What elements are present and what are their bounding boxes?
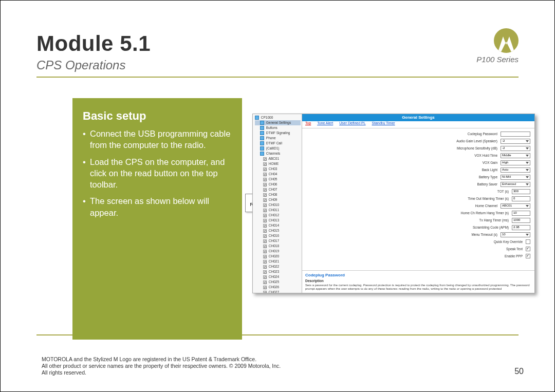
setting-row: VOX GainHigh <box>306 159 530 166</box>
tab[interactable]: Standby Timer <box>372 121 395 125</box>
spinner-input[interactable]: 300 <box>512 189 530 194</box>
panel-title: Basic setup <box>83 109 233 123</box>
tree-node[interactable]: CH015 <box>255 228 301 233</box>
panel-header: General Settings <box>302 114 534 121</box>
select-input[interactable]: Auto <box>501 167 530 173</box>
tree-node[interactable]: DTMF Signaling <box>255 130 301 136</box>
setting-row: Enable PPP <box>306 253 530 259</box>
tree-node[interactable]: CH017 <box>255 238 301 244</box>
footer-text: MOTOROLA and the Stylized M Logo are reg… <box>42 356 281 376</box>
select-input[interactable]: ABC01 <box>501 203 530 209</box>
setting-label: Time Out Warning Timer (s) <box>468 197 509 200</box>
footer-line: All rights reserved. <box>42 369 281 376</box>
tree-node[interactable]: CH06 <box>255 182 301 187</box>
setting-label: Home Ch Return Hang Timer (s) <box>460 211 509 215</box>
tree-node[interactable]: CH019 <box>255 249 301 254</box>
bullet-list: Connect the USB programming cable from t… <box>83 128 233 218</box>
tree-node[interactable]: CH023 <box>255 269 301 274</box>
setting-row: Time Out Warning Timer (s)0 <box>306 195 530 202</box>
tree-node[interactable]: CH021 <box>255 259 301 264</box>
tree-node[interactable]: CH07 <box>255 187 301 192</box>
tab[interactable]: Tone Alert <box>317 121 333 125</box>
setting-row: Home Ch Return Hang Timer (s)10 <box>306 210 530 216</box>
setting-label: Audio Gain Level (Speaker) <box>456 139 497 143</box>
setting-label: Speak Text <box>506 247 523 251</box>
setting-label: Codeplug Password <box>468 132 497 136</box>
spinner-input[interactable]: 0 <box>512 196 530 201</box>
desc-sub: Description <box>305 279 531 283</box>
setting-row: VOX Hold TimeMiddle <box>306 152 530 159</box>
tree-node[interactable]: CH04 <box>255 172 301 177</box>
bullet-item: The screen as shown below will appear. <box>83 195 233 218</box>
bullet-item: Connect the USB programming cable from t… <box>83 128 233 151</box>
setting-row: Battery SaverEnhanced <box>306 181 530 188</box>
tree-node[interactable]: CH09 <box>255 197 301 202</box>
tree-node[interactable]: CH05 <box>255 177 301 182</box>
tree-node[interactable]: (CallID1) <box>255 146 301 151</box>
select-input[interactable]: 10 <box>501 232 530 237</box>
spinner-input[interactable]: 1000 <box>512 218 530 223</box>
tree-node[interactable]: CH018 <box>255 244 301 249</box>
bullet-item: Load the CPS on the computer, and click … <box>83 156 233 191</box>
tree-node[interactable]: CH010 <box>255 202 301 208</box>
tree-node[interactable]: Buttons <box>255 125 301 130</box>
tree-node[interactable]: CH020 <box>255 254 301 259</box>
select-input[interactable]: Middle <box>501 153 530 158</box>
tree-node[interactable]: CH026 <box>255 285 301 290</box>
select-input[interactable]: -2 <box>501 139 530 144</box>
tree-node[interactable]: CH016 <box>255 233 301 238</box>
select-input[interactable]: High <box>501 160 530 165</box>
description-box: Codeplug Password Description Sets a pas… <box>302 270 534 293</box>
select-input[interactable]: Enhanced <box>501 182 530 187</box>
setting-label: Quick Key Override <box>494 240 523 244</box>
select-input[interactable]: -2 <box>501 146 530 151</box>
setting-label: TOT (s) <box>497 190 509 193</box>
tab-bar: Top Tone Alert User Defined PL Standby T… <box>302 121 534 128</box>
checkbox-input[interactable] <box>526 254 530 258</box>
tree-node[interactable]: CH024 <box>255 274 301 279</box>
setting-row: TOT (s)300 <box>306 188 530 195</box>
setting-label: Menu Timeout (s) <box>471 233 497 236</box>
tab[interactable]: User Defined PL <box>339 121 365 125</box>
select-input[interactable]: Ni-MH <box>501 175 530 180</box>
cps-screenshot: CP1000 General Settings Buttons DTMF Sig… <box>252 114 535 293</box>
setting-row: Scrambling Code (APM)2.38 <box>306 224 530 231</box>
spinner-input[interactable]: 2.38 <box>512 225 530 230</box>
setting-row: Codeplug Password <box>306 130 530 137</box>
tree-node[interactable]: CH027 <box>255 290 301 293</box>
tree-node[interactable]: HOME <box>255 161 301 166</box>
tree-node[interactable]: CH012 <box>255 213 301 218</box>
tree-node[interactable]: ABC01 <box>255 156 301 161</box>
tree-node[interactable]: CH025 <box>255 279 301 285</box>
tree-node[interactable]: CH011 <box>255 208 301 213</box>
setting-label: VOX Hold Time <box>474 154 497 157</box>
tree-node[interactable]: Phone <box>255 136 301 141</box>
tab[interactable]: Top <box>305 121 311 125</box>
tree-node[interactable]: General Settings <box>255 120 301 125</box>
tree-node[interactable]: Channels <box>255 151 301 156</box>
divider-top <box>36 77 519 78</box>
tree-node[interactable]: CH014 <box>255 223 301 228</box>
settings-panel: General Settings Top Tone Alert User Def… <box>302 114 534 293</box>
tree-node[interactable]: CH03 <box>255 166 301 172</box>
text-input[interactable] <box>501 132 530 137</box>
tree-node[interactable]: CH08 <box>255 192 301 197</box>
setting-row: Back LightAuto <box>306 166 530 173</box>
slide-header: Module 5.1 CPS Operations P100 Series <box>36 31 519 78</box>
tree-node[interactable]: CH013 <box>255 218 301 223</box>
tree-node[interactable]: CP1000 <box>255 115 301 120</box>
setting-row: Battery TypeNi-MH <box>306 174 530 180</box>
footer-line: All other product or service names are t… <box>42 363 281 369</box>
setting-row: Menu Timeout (s)10 <box>306 231 530 238</box>
desc-heading: Codeplug Password <box>305 273 531 277</box>
checkbox-input[interactable] <box>526 247 530 251</box>
tree-node[interactable]: CH022 <box>255 264 301 269</box>
footer-line: MOTOROLA and the Stylized M Logo are reg… <box>42 356 281 363</box>
module-title: Module 5.1 <box>36 31 519 56</box>
tree-node[interactable]: DTMF Call <box>255 141 301 146</box>
setting-row: Audio Gain Level (Speaker)-2 <box>306 138 530 144</box>
checkbox-input[interactable] <box>526 239 530 244</box>
nav-tree[interactable]: CP1000 General Settings Buttons DTMF Sig… <box>253 114 302 293</box>
setting-row: Tx Hang Timer (ms)1000 <box>306 217 530 223</box>
spinner-input[interactable]: 10 <box>512 211 530 216</box>
